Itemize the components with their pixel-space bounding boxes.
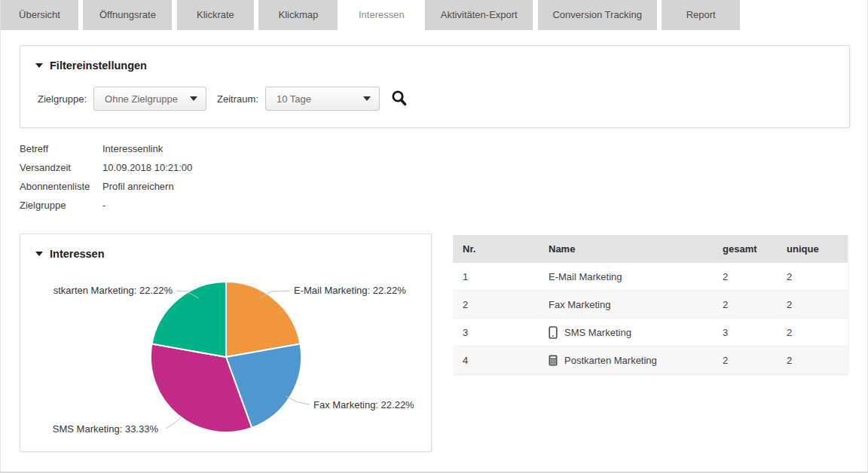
cell-nr: 2 xyxy=(453,291,539,319)
table-row: 4 xyxy=(453,346,848,374)
cell-gesamt: 2 xyxy=(713,291,777,319)
zielgruppe-label: Zielgruppe: xyxy=(38,93,87,105)
tab-klickmap[interactable]: Klickmap xyxy=(258,0,338,30)
search-icon[interactable] xyxy=(390,89,408,108)
smartphone-icon xyxy=(549,326,558,339)
tab-report[interactable]: Report xyxy=(662,0,740,30)
cell-gesamt: 2 xyxy=(713,346,777,374)
col-header-gesamt: gesamt xyxy=(713,235,777,263)
cell-name: Postkarten Marketing xyxy=(539,346,713,374)
filter-title: Filtereinstellungen xyxy=(50,60,147,72)
cell-name: SMS Marketing xyxy=(539,319,713,346)
mailing-info: Betreff Interessenlink Versandzeit 10.09… xyxy=(20,139,192,215)
interessen-pie-chart xyxy=(20,234,431,451)
info-value: - xyxy=(102,200,105,211)
label-connector-sms xyxy=(166,417,181,429)
cell-gesamt: 2 xyxy=(713,263,777,291)
tab-uebersicht[interactable]: Übersicht xyxy=(1,0,78,30)
cell-unique: 2 xyxy=(777,263,848,291)
cell-gesamt: 3 xyxy=(713,319,777,346)
filter-panel: Filtereinstellungen Zielgruppe: Ohne Zie… xyxy=(20,45,850,128)
chevron-down-icon xyxy=(363,96,371,101)
cell-name: E-Mail Marketing xyxy=(539,263,713,291)
calculator-icon xyxy=(549,355,558,366)
pie-label-sms: SMS Marketing: 33.33% xyxy=(53,423,158,435)
pie-label-postkarten: stkarten Marketing: 22.22% xyxy=(53,285,173,296)
zeitraum-selected-value: 10 Tage xyxy=(277,93,311,105)
info-row-versandzeit: Versandzeit 10.09.2018 10:21:00 xyxy=(20,158,192,177)
cell-nr: 3 xyxy=(453,319,539,346)
cell-unique: 2 xyxy=(777,319,848,346)
cell-unique: 2 xyxy=(777,346,848,374)
collapse-caret-icon xyxy=(35,63,43,68)
cell-name: Fax Marketing xyxy=(539,291,713,319)
info-value: Interessenlink xyxy=(102,143,163,154)
zielgruppe-selected-value: Ohne Zielgruppe xyxy=(105,93,178,105)
table-header-row: Nr. Name gesamt unique xyxy=(453,235,848,263)
info-value: 10.09.2018 10:21:00 xyxy=(102,162,192,173)
filter-heading[interactable]: Filtereinstellungen xyxy=(35,60,147,72)
info-label: Versandzeit xyxy=(20,162,102,173)
tab-oeffnungsrate[interactable]: Öffnungsrate xyxy=(83,0,172,30)
info-label: Zielgruppe xyxy=(20,200,102,211)
info-row-abonnentenliste: Abonnentenliste Profil anreichern xyxy=(20,177,192,196)
col-header-unique: unique xyxy=(777,235,848,263)
pie-label-fax: Fax Marketing: 22.22% xyxy=(313,399,414,410)
table-row: 3 SMS Marketing 3 xyxy=(453,319,848,346)
tab-conversion-tracking[interactable]: Conversion Tracking xyxy=(538,0,657,30)
info-row-betreff: Betreff Interessenlink xyxy=(20,139,192,158)
info-value: Profil anreichern xyxy=(102,181,174,192)
zielgruppe-dropdown[interactable]: Ohne Zielgruppe xyxy=(93,87,206,111)
cell-unique: 2 xyxy=(777,291,848,319)
tab-bar: Übersicht Öffnungsrate Klickrate Klickma… xyxy=(1,0,867,30)
tab-klickrate[interactable]: Klickrate xyxy=(177,0,254,30)
interessen-panel: Interessen stkarten Marketing: 22.22% E-… xyxy=(20,233,432,452)
table-row: 2 Fax Marketing 2 2 xyxy=(453,291,848,319)
page: Übersicht Öffnungsrate Klickrate Klickma… xyxy=(0,0,868,473)
info-label: Betreff xyxy=(20,143,102,154)
cell-nr: 1 xyxy=(453,263,539,291)
col-header-nr: Nr. xyxy=(453,235,539,263)
col-header-name: Name xyxy=(539,235,713,263)
tab-interessen[interactable]: Interessen xyxy=(343,0,420,30)
info-label: Abonnentenliste xyxy=(20,181,102,192)
interessen-table: Nr. Name gesamt unique 1 E-Mail Marketin… xyxy=(453,235,848,374)
filter-controls: Zielgruppe: Ohne Zielgruppe Zeitraum: 10… xyxy=(38,87,408,111)
zeitraum-dropdown[interactable]: 10 Tage xyxy=(265,87,380,111)
tab-aktivitaeten-export[interactable]: Aktivitäten-Export xyxy=(425,0,533,30)
pie-label-email: E-Mail Marketing: 22.22% xyxy=(294,285,406,296)
cell-nr: 4 xyxy=(453,346,539,374)
zeitraum-label: Zeitraum: xyxy=(217,93,258,105)
chevron-down-icon xyxy=(190,96,197,101)
info-row-zielgruppe: Zielgruppe - xyxy=(20,196,192,215)
table-row: 1 E-Mail Marketing 2 2 xyxy=(453,263,848,291)
